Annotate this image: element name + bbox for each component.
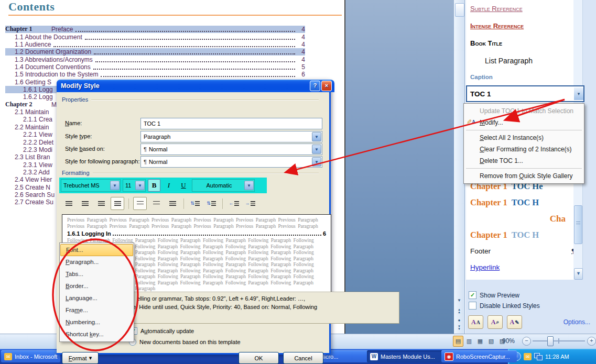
style-preview-item[interactable]: Hyperlink a [466,259,582,275]
outlook-tray-icon[interactable]: ✉ [524,353,532,360]
context-menu-item[interactable]: Update TOC 1 to Match Selection [464,105,584,117]
new-documents-radio[interactable]: New documents based on this template [129,338,241,346]
select-browse-object-button[interactable]: ● [455,317,463,324]
style-inspector-button[interactable]: A⌕ [487,315,503,329]
format-menu-item[interactable]: Language... [60,292,133,304]
format-menu-item[interactable]: Paragraph... [60,256,133,268]
format-menu-item[interactable]: Tabs... [60,268,133,280]
italic-button[interactable]: I [162,179,175,192]
network-icon[interactable] [534,353,543,360]
options-link[interactable]: Options... [564,318,590,326]
name-input[interactable] [141,120,322,127]
style-following-dropdown[interactable]: ¶Normal ▼ [140,156,322,168]
context-menu-item[interactable]: Remove from Quick Style Gallery [464,170,584,182]
context-menu-item[interactable]: Select All 2 Instance(s) [464,132,584,144]
style-type-dropdown[interactable]: Paragraph ▼ [140,131,322,142]
chevron-down-icon[interactable]: ▼ [110,181,120,190]
style-item-toc1-selected[interactable]: TOC 1 ▾ [466,85,584,102]
zoom-slider-thumb[interactable] [547,336,554,346]
taskbar-item[interactable]: ✉ Inbox - Microsoft [1,350,60,362]
show-preview-checkbox[interactable]: ✓ Show Preview [469,291,519,299]
chevron-down-icon[interactable]: ▼ [244,181,254,190]
print-layout-view-button[interactable]: ▤ [453,336,463,347]
align-left-button[interactable] [62,197,75,210]
zoom-in-button[interactable]: + [587,337,596,346]
scrollbar-thumb[interactable] [455,3,464,17]
single-spacing-button[interactable] [133,197,147,210]
underline-button[interactable]: U [177,179,190,192]
context-menu-item[interactable]: Modify... [464,117,584,128]
style-list-item[interactable]: List Paragraph ¶ [466,52,582,69]
manage-styles-button[interactable]: A✎ [507,315,522,329]
dot-leader [95,61,295,62]
scrollbar-thumb[interactable] [574,205,582,244]
chevron-down-icon[interactable]: ▾ [574,87,583,100]
previous-page-button[interactable]: ▲▲ [455,308,463,314]
scroll-down-icon[interactable]: ▼ [455,296,463,305]
font-color-dropdown[interactable]: Automatic ▼ [192,179,255,192]
double-spacing-button[interactable] [166,197,179,210]
format-menu-item[interactable]: Font... [60,244,133,256]
font-family-dropdown[interactable]: Trebuchet MS ▼ [61,179,121,192]
format-menu-item[interactable]: Numbering... [60,316,133,328]
toc-entry-label: 2.5 Create N [15,184,50,191]
bold-button[interactable]: B [148,179,160,192]
format-menu-item[interactable]: Shortcut key... [60,328,133,340]
toc1-context-menu: Update TOC 1 to Match Selection Modify..… [463,103,584,184]
dialog-title-bar[interactable]: Modify Style ? × [57,80,334,92]
format-menu-item[interactable]: Frame... [60,304,133,316]
chevron-down-icon[interactable]: ▼ [312,132,321,141]
zoom-level[interactable]: 90% [502,337,515,345]
toc-entry-label: 2.2 Maintain [15,124,49,131]
taskbar-item[interactable]: ◉ RoboScreenCaptur... [441,350,517,362]
one-half-spacing-button[interactable] [149,197,163,210]
style-list-item[interactable]: Subtle Reference a [466,0,582,17]
increase-space-before-button[interactable]: ⇅ [188,197,202,210]
automatically-update-checkbox[interactable]: ✓ Automatically update [130,327,194,335]
context-menu-item[interactable]: Delete TOC 1... [464,155,584,167]
cancel-button[interactable]: Cancel [283,352,323,364]
ok-button[interactable]: OK [239,352,279,364]
style-type-value: Paragraph [141,134,311,140]
align-center-button[interactable] [78,197,92,210]
style-preview-item[interactable]: Chapter 1 TOC H [466,194,582,211]
increase-indent-button[interactable]: → [243,197,257,210]
taskbar-item[interactable]: W Masters Module Us... [367,350,446,362]
zoom-out-button[interactable]: − [522,337,531,346]
style-type-label: Style type: [65,133,92,139]
align-justify-button[interactable] [111,197,124,210]
checkbox-checked-icon[interactable]: ✓ [469,291,476,299]
format-menu-item[interactable]: Border... [60,280,133,292]
checkbox-unchecked-icon[interactable] [469,302,476,310]
clock[interactable]: 11:28 AM [545,354,569,360]
chevron-down-icon[interactable]: ▼ [312,157,321,167]
style-preview-item[interactable]: Cha [466,211,582,227]
name-field[interactable] [140,118,322,129]
align-right-button[interactable] [94,197,108,210]
web-layout-view-button[interactable]: ▦ [475,336,485,347]
chapter-label: Chapter 2 [5,101,51,108]
context-menu-item[interactable]: Clear Formatting of 2 Instance(s) [464,144,584,155]
style-preview-item[interactable]: Footer ¶a [466,243,582,259]
scroll-down-icon[interactable]: ▼ [574,268,583,280]
outline-view-button[interactable]: ▧ [486,336,496,347]
decrease-space-before-button[interactable]: ⇅ [204,197,218,210]
decrease-indent-button[interactable]: ← [227,197,241,210]
style-preview-item[interactable]: Chapter 1 TOC H [466,227,582,243]
style-based-on-dropdown[interactable]: ¶Normal ▼ [140,144,322,155]
close-icon[interactable]: × [321,81,332,91]
font-size-dropdown[interactable]: 11 ▼ [123,179,146,192]
toc-entry: 1.2 Document Organization4 [5,48,305,56]
style-list-item[interactable]: Intense Reference a [466,17,582,35]
new-style-button[interactable]: AA [468,315,483,329]
next-page-button[interactable]: ▼▼ [455,325,463,330]
chevron-down-icon[interactable]: ▼ [312,145,321,154]
style-list-item[interactable]: Caption ¶ [466,69,582,84]
help-icon[interactable]: ? [310,81,320,91]
document-scrollbar[interactable] [454,0,464,334]
fullscreen-reading-view-button[interactable]: ▥ [464,336,474,347]
style-list-item[interactable]: Book Title a [466,35,582,52]
disable-linked-styles-checkbox[interactable]: Disable Linked Styles [469,302,540,310]
chevron-down-icon[interactable]: ▼ [135,181,145,190]
format-button[interactable]: Format ▾ [62,352,99,364]
